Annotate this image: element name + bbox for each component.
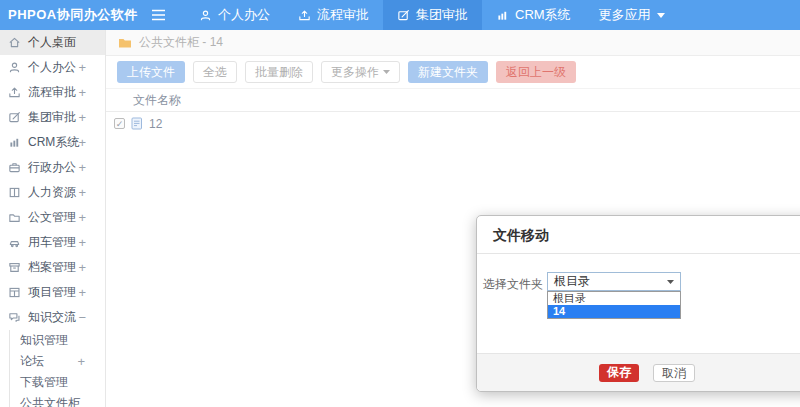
sidebar-item-label: 行政办公 bbox=[28, 159, 76, 176]
sidebar-item-crm[interactable]: CRM系统 + bbox=[0, 130, 105, 155]
chat-icon bbox=[8, 311, 21, 324]
chart-icon bbox=[496, 9, 509, 22]
sidebar-item-label: 人力资源 bbox=[28, 184, 76, 201]
expand-icon[interactable]: + bbox=[78, 135, 86, 150]
sidebar-subitem-label: 论坛 bbox=[20, 353, 44, 370]
expand-icon[interactable]: + bbox=[78, 210, 86, 225]
sidebar-subitem-forum[interactable]: 论坛 + bbox=[10, 351, 105, 372]
nav-group-approval[interactable]: 集团审批 bbox=[383, 0, 482, 30]
sidebar-item-hr[interactable]: 人力资源 + bbox=[0, 180, 105, 205]
nav-personal-office[interactable]: 个人办公 bbox=[185, 0, 284, 30]
sidebar-item-project-mgmt[interactable]: 项目管理 + bbox=[0, 280, 105, 305]
batch-delete-button[interactable]: 批量删除 bbox=[245, 61, 313, 83]
sidebar: 个人桌面 个人办公 + 流程审批 + 集团审批 + bbox=[0, 30, 106, 407]
sidebar-item-personal-desktop[interactable]: 个人桌面 bbox=[0, 30, 105, 55]
new-folder-button[interactable]: 新建文件夹 bbox=[408, 61, 488, 83]
dropdown-option-root[interactable]: 根目录 bbox=[548, 292, 680, 305]
dropdown-option-14[interactable]: 14 bbox=[548, 305, 680, 318]
sidebar-item-label: 集团审批 bbox=[28, 109, 76, 126]
sidebar-item-label: 档案管理 bbox=[28, 259, 76, 276]
nav-label: 集团审批 bbox=[416, 6, 468, 24]
file-icon bbox=[131, 117, 143, 130]
edit-icon bbox=[397, 9, 410, 22]
sidebar-item-label: 个人桌面 bbox=[28, 34, 76, 51]
expand-icon[interactable]: + bbox=[78, 110, 86, 125]
cancel-button[interactable]: 取消 bbox=[653, 364, 695, 382]
folder-icon bbox=[118, 37, 132, 49]
sidebar-item-archive-mgmt[interactable]: 档案管理 + bbox=[0, 255, 105, 280]
sidebar-item-document-mgmt[interactable]: 公文管理 + bbox=[0, 205, 105, 230]
file-name-column-header: 文件名称 bbox=[133, 92, 181, 109]
car-icon bbox=[8, 236, 21, 249]
upload-file-button[interactable]: 上传文件 bbox=[117, 61, 185, 83]
sidebar-subitem-knowledge-mgmt[interactable]: 知识管理 bbox=[10, 330, 105, 351]
file-name[interactable]: 12 bbox=[149, 117, 162, 131]
hamburger-menu-icon[interactable] bbox=[143, 9, 173, 21]
home-icon bbox=[8, 36, 21, 49]
caret-down-icon bbox=[667, 280, 674, 284]
sidebar-item-label: 项目管理 bbox=[28, 284, 76, 301]
expand-icon[interactable]: + bbox=[78, 60, 86, 75]
sidebar-item-label: 流程审批 bbox=[28, 84, 76, 101]
sidebar-subitem-download-mgmt[interactable]: 下载管理 bbox=[10, 372, 105, 393]
top-navigation: 个人办公 流程审批 集团审批 CRM系统 更多应用 bbox=[185, 0, 679, 30]
sidebar-item-personal-office[interactable]: 个人办公 + bbox=[0, 55, 105, 80]
folder-select[interactable]: 根目录 bbox=[547, 272, 681, 291]
knowledge-exchange-submenu: 知识管理 论坛 + 下载管理 公共文件柜 bbox=[9, 330, 105, 407]
file-move-dialog: 文件移动 选择文件夹 根目录 根目录 14 保存 取消 bbox=[476, 215, 800, 392]
sidebar-item-label: 知识交流 bbox=[28, 309, 76, 326]
expand-icon[interactable]: + bbox=[78, 185, 86, 200]
user-icon bbox=[199, 9, 212, 22]
sidebar-item-label: CRM系统 bbox=[28, 134, 79, 151]
app-logo[interactable]: PHPOA协同办公软件 bbox=[0, 6, 143, 24]
sidebar-item-group-approval[interactable]: 集团审批 + bbox=[0, 105, 105, 130]
dialog-body: 选择文件夹 根目录 根目录 14 bbox=[477, 254, 800, 353]
dialog-footer: 保存 取消 bbox=[477, 353, 800, 391]
breadcrumb-text: 公共文件柜 - 14 bbox=[139, 34, 223, 51]
row-checkbox[interactable] bbox=[114, 118, 125, 129]
sidebar-item-knowledge-exchange[interactable]: 知识交流 − bbox=[0, 305, 105, 330]
expand-icon[interactable]: + bbox=[78, 235, 86, 250]
upload-icon bbox=[298, 9, 311, 22]
topbar: PHPOA协同办公软件 个人办公 流程审批 集团审批 CRM系统 bbox=[0, 0, 800, 30]
expand-icon[interactable]: + bbox=[77, 354, 85, 369]
sidebar-subitem-label: 下载管理 bbox=[20, 374, 68, 391]
table-row[interactable]: 12 bbox=[106, 112, 800, 135]
nav-crm-system[interactable]: CRM系统 bbox=[482, 0, 585, 30]
folder-select-value: 根目录 bbox=[554, 273, 590, 290]
edit-icon bbox=[8, 111, 21, 124]
breadcrumb: 公共文件柜 - 14 bbox=[106, 30, 800, 56]
hamburger-icon bbox=[151, 9, 166, 21]
expand-icon[interactable]: + bbox=[78, 260, 86, 275]
more-actions-button[interactable]: 更多操作 bbox=[321, 61, 400, 83]
nav-label: 流程审批 bbox=[317, 6, 369, 24]
sidebar-subitem-public-file-cabinet[interactable]: 公共文件柜 bbox=[10, 393, 105, 407]
sidebar-item-workflow-approval[interactable]: 流程审批 + bbox=[0, 80, 105, 105]
sidebar-item-label: 个人办公 bbox=[28, 59, 76, 76]
nav-more-apps[interactable]: 更多应用 bbox=[585, 0, 679, 30]
expand-icon[interactable]: + bbox=[78, 85, 86, 100]
briefcase-icon bbox=[8, 161, 21, 174]
table-header: 文件名称 bbox=[106, 88, 800, 112]
book-icon bbox=[8, 186, 21, 199]
expand-icon[interactable]: + bbox=[78, 160, 86, 175]
caret-down-icon bbox=[383, 70, 390, 74]
save-button[interactable]: 保存 bbox=[599, 364, 639, 382]
project-icon bbox=[8, 286, 21, 299]
nav-label: CRM系统 bbox=[515, 6, 571, 24]
archive-icon bbox=[8, 261, 21, 274]
sidebar-item-label: 用车管理 bbox=[28, 234, 76, 251]
sidebar-item-vehicle-mgmt[interactable]: 用车管理 + bbox=[0, 230, 105, 255]
nav-workflow-approval[interactable]: 流程审批 bbox=[284, 0, 383, 30]
collapse-icon[interactable]: − bbox=[78, 310, 86, 325]
sidebar-subitem-label: 公共文件柜 bbox=[20, 395, 80, 407]
sidebar-item-admin-office[interactable]: 行政办公 + bbox=[0, 155, 105, 180]
dialog-title: 文件移动 bbox=[477, 216, 800, 254]
go-up-level-button[interactable]: 返回上一级 bbox=[496, 61, 576, 83]
upload-icon bbox=[8, 86, 21, 99]
nav-label: 更多应用 bbox=[599, 6, 651, 24]
select-all-button[interactable]: 全选 bbox=[193, 61, 237, 83]
sidebar-item-label: 公文管理 bbox=[28, 209, 76, 226]
expand-icon[interactable]: + bbox=[78, 285, 86, 300]
nav-label: 个人办公 bbox=[218, 6, 270, 24]
